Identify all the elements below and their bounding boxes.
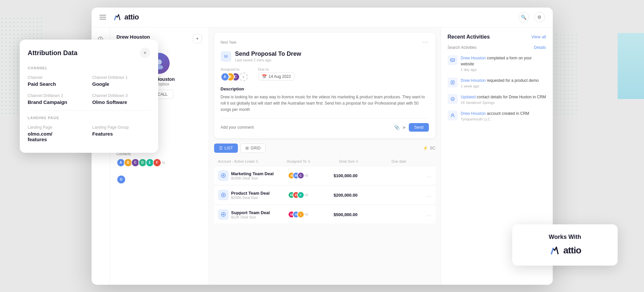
settings-icon-btn[interactable]: ⚙ bbox=[534, 12, 545, 22]
sort-assigned[interactable]: ⇅ bbox=[308, 160, 310, 163]
deal-size-2: $200,000.00 bbox=[334, 193, 377, 198]
drilldown3-value: Olmo Software bbox=[92, 99, 150, 105]
sort-deal[interactable]: ⇅ bbox=[356, 160, 358, 163]
attr-channel-fields: Channel Paid Search Channel Drilldown 1 … bbox=[28, 75, 150, 105]
col-header-assigned: Assigned To ⇅ bbox=[287, 159, 337, 163]
deal-extra-2: +5 bbox=[304, 193, 308, 197]
comment-input[interactable] bbox=[221, 125, 392, 130]
drilldown1-value: Google bbox=[92, 81, 150, 87]
svg-rect-7 bbox=[451, 59, 455, 61]
activity-item-2: Drew Houston requested for a product dem… bbox=[448, 78, 546, 88]
task-assignees: A B C + bbox=[221, 73, 248, 81]
assignee-1: A bbox=[221, 73, 229, 81]
contact-name: Drew Houston bbox=[117, 34, 150, 40]
tab-grid[interactable]: ⊞ GRID bbox=[240, 144, 266, 153]
activity-text-2: Drew Houston requested for a product dem… bbox=[461, 78, 546, 83]
details-link[interactable]: Details bbox=[534, 45, 546, 50]
activities-title: Recent Activities bbox=[448, 34, 490, 40]
activity-item-3: Updated contact details for Drew Huston … bbox=[448, 94, 546, 105]
activity-person-1: Drew Houston bbox=[461, 56, 486, 60]
deal-sub-2: $200K Deal Size bbox=[231, 196, 285, 200]
attr-landing-section: LANDING PAGE bbox=[28, 116, 150, 120]
deal-extra-1: +5 bbox=[304, 174, 308, 178]
user-avatar-bottom: U bbox=[117, 175, 126, 184]
arrow-icon[interactable]: ➤ bbox=[402, 125, 406, 130]
contact-dropdown-btn[interactable]: ▾ bbox=[193, 34, 202, 43]
channel-value: Paid Search bbox=[28, 81, 86, 87]
works-with-logo-icon bbox=[549, 244, 561, 256]
row-actions-1[interactable]: ... bbox=[418, 173, 432, 178]
activity-person-3: Updated bbox=[461, 95, 476, 99]
deal-name-1: Marketing Team Deal bbox=[231, 171, 285, 176]
deal-icon-3 bbox=[218, 209, 229, 220]
row-actions-2[interactable]: ... bbox=[418, 192, 432, 198]
calendar-icon: 📅 bbox=[262, 74, 267, 79]
main-wrapper: attio 🔍 ⚙ Drew Hous bbox=[0, 0, 644, 292]
attr-title: Attribution Data bbox=[28, 49, 77, 57]
deal-av-3c: I bbox=[297, 211, 304, 218]
next-task-label: Next Task bbox=[221, 40, 237, 44]
task-more-btn[interactable]: ··· bbox=[422, 39, 429, 45]
description-title: Description bbox=[221, 86, 429, 91]
grid-icon: ⊞ bbox=[245, 146, 249, 150]
activity-time-2: 1 week ago bbox=[461, 84, 546, 88]
deal-size-3: $500,000.00 bbox=[334, 212, 377, 217]
activity-text-4: Drew Houston account created in CRM bbox=[461, 111, 546, 116]
deal-av-1c: C bbox=[297, 172, 304, 179]
task-title: Send Proposal To Drew bbox=[235, 50, 301, 57]
attach-icon[interactable]: 📎 bbox=[394, 125, 400, 130]
filter-icon: ⚡ bbox=[423, 146, 428, 150]
deal-assignees-2: D E F +5 bbox=[288, 191, 331, 199]
activity-action-4: account created in CRM bbox=[487, 111, 529, 116]
deal-assignees-1: A B C +5 bbox=[288, 172, 331, 179]
send-button[interactable]: Send bbox=[409, 123, 429, 132]
view-all-link[interactable]: View all bbox=[531, 34, 546, 39]
attio-logo-icon bbox=[113, 13, 122, 22]
description-text: Drew is looking for an easy way to licen… bbox=[221, 94, 429, 113]
search-icon-btn[interactable]: 🔍 bbox=[518, 12, 529, 22]
due-date-btn[interactable]: 📅 14 Aug 2022 bbox=[258, 73, 294, 81]
filter-area: ⚡ SC bbox=[423, 144, 435, 153]
hamburger-icon[interactable] bbox=[99, 15, 106, 19]
sort-account[interactable]: ⇅ bbox=[256, 160, 258, 163]
activity-content-2: Drew Houston requested for a product dem… bbox=[461, 78, 546, 88]
activity-icon-3 bbox=[448, 94, 458, 104]
deal-icon-2 bbox=[218, 190, 229, 200]
attr-channel-section: CHANNEL bbox=[28, 66, 150, 70]
task-card-header: Next Task ··· bbox=[221, 39, 429, 45]
leads-table-header: Account - Active Leads ⇅ Assigned To ⇅ D… bbox=[214, 157, 435, 166]
activity-person-2: Drew Houston bbox=[461, 78, 486, 83]
drilldown1-label: Channel Drilldown 1 bbox=[92, 75, 150, 80]
activity-text-3: Updated contact details for Drew Huston … bbox=[461, 94, 546, 100]
deal-size-1: $100,000.00 bbox=[334, 173, 377, 178]
deal-info-2: Product Team Deal $200K Deal Size bbox=[231, 191, 285, 200]
contact-avatar-6: F bbox=[153, 158, 161, 167]
cyan-block bbox=[618, 33, 644, 99]
activity-item-1: Drew Houston completed a form on your we… bbox=[448, 55, 546, 72]
logo-text: attio bbox=[125, 13, 139, 21]
attr-close-btn[interactable]: × bbox=[140, 48, 150, 58]
assigned-to-label: Assigned to bbox=[221, 67, 248, 71]
attr-landing-group: Landing Page Group Features bbox=[92, 125, 150, 142]
row-actions-3[interactable]: ... bbox=[418, 212, 432, 217]
works-with-title: Works With bbox=[549, 234, 581, 241]
tab-list[interactable]: ☰ LIST bbox=[214, 144, 238, 153]
attr-channel: Channel Paid Search bbox=[28, 75, 86, 87]
activity-item-4: Drew Houston account created in CRM Tyri… bbox=[448, 111, 546, 121]
add-assignee-btn[interactable]: + bbox=[239, 73, 248, 81]
task-due-to: Due to 📅 14 Aug 2022 bbox=[258, 67, 294, 81]
deal-info-1: Marketing Team Deal $100K Deal Size bbox=[231, 171, 285, 180]
activity-action-2: requested for a product demo bbox=[487, 78, 539, 83]
attr-drilldown3: Channel Drilldown 3 Olmo Software bbox=[92, 93, 150, 105]
task-assigned-to: Assigned to A B C + bbox=[221, 67, 248, 81]
top-bar: attio 🔍 ⚙ bbox=[92, 8, 553, 27]
activity-icon-1 bbox=[448, 55, 458, 65]
activity-action-3: contact details for Drew Huston in CRM bbox=[477, 95, 546, 99]
logo-area: attio bbox=[113, 13, 139, 22]
task-panel: Next Task ··· ✉ Send Proposal To Drew La… bbox=[209, 27, 441, 285]
app-body: Drew Houston CEO, Dropbox ▾ Drew Houston bbox=[92, 27, 553, 285]
activity-time-4: Tyriquemouth LLC. bbox=[461, 117, 546, 121]
drilldown2-value: Brand Campaign bbox=[28, 99, 86, 105]
leads-section: ☰ LIST ⊞ GRID ⚡ SC bbox=[214, 144, 435, 224]
list-icon: ☰ bbox=[219, 146, 223, 150]
